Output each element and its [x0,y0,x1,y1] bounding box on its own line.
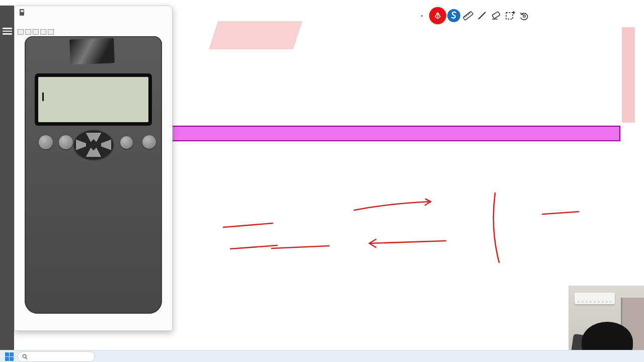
air-conditioner [575,293,615,304]
selection-icon [504,10,516,22]
emulator-titlebar [15,6,172,19]
mini-toolbar-icon[interactable] [40,29,46,35]
ruler-tool-button[interactable] [462,10,474,22]
alpha-button[interactable] [59,135,73,149]
shift-button[interactable] [39,135,53,149]
emulator-window [14,6,173,331]
start-button[interactable] [5,352,14,361]
calculator-app-icon [20,9,24,16]
selection-tool-button[interactable] [504,10,516,22]
taskbar [0,350,644,362]
mini-toolbar-icon[interactable] [48,29,54,35]
eraser-tool-button[interactable] [490,10,502,22]
hamburger-menu-icon[interactable] [3,28,12,35]
emulator-mini-toolbar [15,28,172,35]
lcd-frame [35,73,152,126]
lcd-expression [42,91,44,102]
mini-toolbar-icon[interactable] [33,29,39,35]
emulator-menubar [15,19,172,28]
scrble-s-icon [447,9,461,23]
eraser-icon [490,10,502,22]
hologram-tag [75,40,108,41]
line-icon [476,10,488,21]
hologram-brand [69,40,114,41]
screen [0,0,644,362]
scrble-logo-button[interactable] [447,9,461,23]
sidebar [0,6,14,350]
undo-icon [518,10,530,22]
taskbar-search[interactable] [18,351,95,362]
pen-tool-button[interactable] [429,7,446,24]
question-banner [172,126,620,141]
mini-toolbar-icon[interactable] [18,29,24,35]
search-icon [22,354,28,359]
on-button[interactable] [142,135,156,149]
directional-pad[interactable] [74,130,113,159]
line-tool-button[interactable] [476,10,488,21]
menu-setup-button[interactable] [120,136,133,149]
hologram-sticker [69,38,115,64]
calculator-body [25,36,162,314]
toolbar-dot-indicator [421,15,423,17]
mini-toolbar-icon[interactable] [25,29,31,35]
undo-tool-button[interactable] [518,10,530,22]
ruler-icon [462,10,474,22]
lcd-cursor [42,93,44,101]
lcd-display [38,77,148,122]
pen-icon [433,11,442,20]
annotation-toolbar [415,6,531,25]
